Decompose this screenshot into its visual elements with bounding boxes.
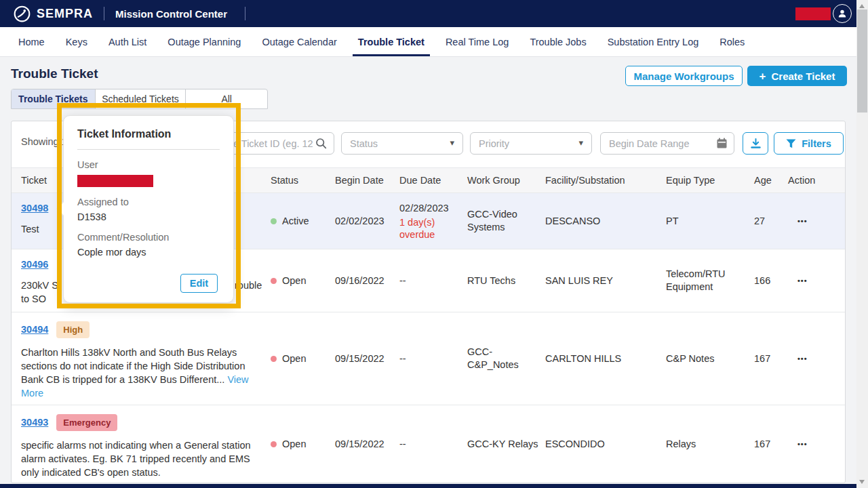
begin-date-range-field [600, 132, 734, 155]
redacted-user-name [795, 7, 831, 20]
showing-count-text: Showing 1 [21, 136, 67, 147]
user-avatar-icon [837, 8, 848, 19]
equip-type-cell: C&P Notes [666, 352, 754, 365]
equip-type-cell: PT [666, 215, 754, 228]
manage-workgroups-button[interactable]: Manage Workgroups [625, 66, 743, 86]
status-dot [271, 356, 277, 362]
download-button[interactable] [743, 132, 768, 155]
more-options-icon[interactable]: ••• [788, 215, 830, 228]
nav-item-outage-planning[interactable]: Outage Planning [167, 27, 241, 56]
app-title: Mission Control Center [115, 8, 227, 20]
begin-date-cell: 09/15/2022 [335, 352, 399, 365]
facility-cell: ESCONDIDO [545, 438, 666, 451]
facility-cell: CARLTON HILLS [545, 352, 666, 365]
priority-badge-emergency: Emergency [56, 414, 117, 431]
scroll-down-arrow-icon[interactable] [859, 480, 865, 484]
nav-item-substation-entry-log[interactable]: Substation Entry Log [608, 27, 699, 56]
nav-item-trouble-ticket[interactable]: Trouble Ticket [358, 27, 425, 56]
create-ticket-button[interactable]: + Create Ticket [747, 66, 847, 86]
ticket-description: specific alarms not indicating when a Ge… [21, 439, 257, 479]
comment-resolution-value: Cople mor days [77, 247, 220, 258]
filter-funnel-icon [786, 139, 796, 148]
brand-name: SEMPRA [37, 7, 93, 21]
begin-date-cell: 02/02/2023 [335, 215, 399, 228]
column-header-work-group[interactable]: Work Group [467, 175, 545, 186]
redacted-user-value [77, 175, 153, 187]
work-group-cell: GCC-Video Systems [467, 208, 545, 234]
filters-button[interactable]: Filters [774, 132, 844, 155]
popover-divider [77, 149, 220, 150]
filters-label: Filters [802, 138, 831, 149]
ticket-id-link[interactable]: 30498 [21, 202, 48, 215]
app-window: SEMPRA Mission Control Center Home Keys … [0, 0, 868, 488]
due-date-cell: -- [399, 352, 467, 365]
edit-button[interactable]: Edit [180, 274, 218, 293]
nav-item-real-time-log[interactable]: Real Time Log [446, 27, 509, 56]
nav-item-auth-list[interactable]: Auth List [108, 27, 146, 56]
column-header-facility[interactable]: Facility/Substation [545, 175, 666, 186]
status-label: Open [282, 438, 306, 451]
ticket-search-field [224, 132, 334, 155]
create-ticket-label: Create Ticket [771, 70, 835, 82]
ticket-id-link[interactable]: 30496 [21, 258, 48, 271]
ticket-id-link[interactable]: 30493 [21, 416, 48, 429]
ticket-id-link[interactable]: 30494 [21, 323, 48, 336]
ticket-description-cell: 30494 High Charlton Hills 138kV North an… [21, 312, 271, 400]
work-group-cell: GCC-KY Relays [467, 438, 545, 451]
more-options-icon[interactable]: ••• [788, 352, 830, 365]
ticket-description: Charlton Hills 138kV North and South Bus… [21, 346, 257, 400]
brand-logo: SEMPRA [14, 5, 93, 22]
assigned-to-label: Assigned to [77, 197, 220, 207]
sempra-logo-icon [14, 5, 31, 22]
tab-trouble-tickets[interactable]: Trouble Tickets [12, 89, 96, 108]
chevron-down-icon[interactable]: ▾ [578, 138, 583, 148]
column-header-age[interactable]: Age [754, 175, 788, 186]
plus-icon: + [760, 70, 766, 82]
more-options-icon[interactable]: ••• [788, 274, 830, 287]
nav-item-home[interactable]: Home [18, 27, 45, 56]
ticket-view-tabs: Trouble Tickets Scheduled Tickets All [11, 89, 268, 109]
ticket-description-cell: 30493 Emergency specific alarms not indi… [21, 405, 271, 479]
age-cell: 27 [754, 215, 788, 228]
nav-item-roles[interactable]: Roles [719, 27, 745, 56]
status-label: Active [282, 215, 309, 228]
chevron-down-icon[interactable]: ▾ [450, 138, 454, 148]
nav-item-outage-calendar[interactable]: Outage Calendar [262, 27, 336, 56]
begin-date-cell: 09/15/2022 [335, 438, 399, 451]
vertical-scrollbar[interactable] [856, 0, 868, 488]
table-row: 30493 Emergency specific alarms not indi… [12, 405, 845, 483]
status-label: Open [282, 274, 306, 287]
priority-select-input[interactable] [471, 133, 591, 154]
scroll-up-arrow-icon[interactable] [859, 4, 865, 8]
age-cell: 167 [754, 352, 788, 365]
header-divider [104, 7, 104, 20]
work-group-cell: RTU Techs [467, 274, 545, 287]
column-header-begin-date[interactable]: Begin Date [335, 175, 399, 186]
tab-scheduled-tickets[interactable]: Scheduled Tickets [96, 89, 186, 108]
calendar-icon[interactable] [717, 138, 727, 151]
status-select-input[interactable] [342, 133, 462, 154]
column-header-action[interactable]: Action [788, 175, 830, 186]
status-dot [271, 441, 277, 447]
work-group-cell: GCC-C&P_Notes [467, 346, 545, 371]
assigned-to-value: D1538 [77, 211, 220, 222]
tab-all[interactable]: All [186, 89, 267, 108]
due-date: 02/28/2023 [399, 202, 462, 215]
nav-item-keys[interactable]: Keys [66, 27, 87, 56]
nav-item-trouble-jobs[interactable]: Trouble Jobs [530, 27, 586, 56]
search-icon [315, 138, 327, 152]
status-cell: Open [271, 438, 335, 451]
begin-date-range-input[interactable] [601, 133, 734, 154]
comment-resolution-label: Comment/Resolution [77, 232, 220, 243]
priority-select: ▾ [470, 132, 592, 155]
column-header-due-date[interactable]: Due Date [399, 175, 467, 186]
user-avatar-button[interactable] [833, 4, 852, 23]
header-divider [245, 7, 245, 20]
priority-badge-high: High [56, 321, 90, 338]
bottom-bar [0, 484, 856, 488]
column-header-status[interactable]: Status [271, 175, 335, 186]
more-options-icon[interactable]: ••• [788, 438, 830, 451]
scrollbar-thumb[interactable] [857, 9, 867, 113]
overdue-note: 1 day(s) overdue [399, 216, 448, 241]
column-header-equip-type[interactable]: Equip Type [666, 175, 754, 186]
